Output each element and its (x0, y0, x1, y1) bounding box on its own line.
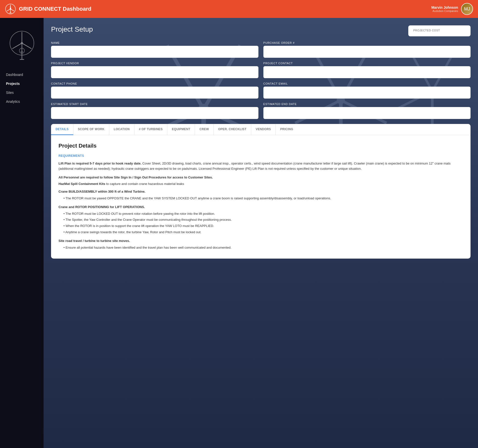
purchase-order-label: PURCHASE ORDER # (263, 41, 471, 44)
content-inner: Project Setup PROJECTED COST NAME PURCHA… (44, 18, 478, 266)
tab-num-turbines[interactable]: # OF TURBINES (134, 124, 167, 135)
hazmat-text: HazMat Spill Containment Kits to capture… (59, 181, 463, 187)
main-layout: Dashboard Projects Sites Analytics (0, 18, 478, 448)
lift-plan-heading: Lift Plan is required 5-7 days prior to … (59, 162, 141, 165)
rotor-bullet: When the ROTOR is in position to support… (59, 224, 463, 229)
project-contact-input[interactable] (263, 66, 471, 78)
header-left: GRID CONNECT Dashboard (5, 3, 91, 14)
projected-cost-label: PROJECTED COST (413, 29, 466, 32)
header-title: GRID CONNECT Dashboard (19, 6, 91, 12)
projected-cost-box: PROJECTED COST (408, 25, 471, 36)
tab-location[interactable]: LOCATION (109, 124, 134, 135)
crane-rotor-heading: Crane and ROTOR POSITIONING for LIFT OPE… (59, 205, 463, 210)
contact-phone-label: CONTACT PHONE (51, 82, 258, 85)
page-title: Project Setup (51, 25, 93, 33)
project-contact-label: PROJECT CONTACT (263, 62, 471, 65)
contact-phone-input[interactable] (51, 87, 258, 99)
site-road-heading: Site road travel / turbine to turbine si… (59, 238, 463, 244)
contact-email-label: CONTACT EMAIL (263, 82, 471, 85)
user-name: Marvin Johnson (431, 5, 458, 9)
avatar-initials: MJ (462, 3, 473, 14)
sidebar-item-dashboard[interactable]: Dashboard (0, 70, 44, 79)
form-group-phone: CONTACT PHONE (51, 82, 258, 99)
hazmat-heading: HazMat Spill Containment Kits (59, 182, 105, 186)
project-vendor-label: PROJECT VENDOR (51, 62, 258, 65)
form-group-name: NAME (51, 41, 258, 58)
rotor-bullet: The ROTOR must be LOCKED OUT to prevent … (59, 211, 463, 217)
rotor-bullets-container: The ROTOR must be LOCKED OUT to prevent … (59, 211, 463, 235)
header-right: Marvin Johnson Audubon Companies MJ (431, 3, 473, 15)
avatar[interactable]: MJ (461, 3, 473, 15)
svg-line-9 (12, 43, 22, 49)
sidebar-item-sites[interactable]: Sites (0, 88, 44, 97)
tab-oper-checklist[interactable]: OPER. CHECKLIST (214, 124, 251, 135)
contact-email-input[interactable] (263, 87, 471, 99)
site-road-bullet: Ensure all potential hazards have been i… (59, 245, 463, 250)
main-content: Project Setup PROJECTED COST NAME PURCHA… (44, 18, 478, 448)
start-date-input[interactable] (51, 107, 258, 119)
tab-crew[interactable]: CREW (195, 124, 214, 135)
rotor-bullet: The Spotter, the Yaw Controller and the … (59, 217, 463, 223)
app-logo-icon (5, 3, 16, 14)
form-group-email: CONTACT EMAIL (263, 82, 471, 99)
project-setup-header: Project Setup PROJECTED COST (51, 25, 471, 36)
user-info: Marvin Johnson Audubon Companies (431, 5, 458, 12)
tab-content-details: Project Details REQUIREMENTS Lift Plan i… (51, 135, 471, 259)
sidebar-logo-area (0, 23, 44, 68)
purchase-order-input[interactable] (263, 46, 471, 58)
tabs-header: DETAILS SCOPE OF WORK LOCATION # OF TURB… (51, 124, 471, 135)
tabs-panel: DETAILS SCOPE OF WORK LOCATION # OF TURB… (51, 124, 471, 259)
tab-pricing[interactable]: PRICING (276, 124, 298, 135)
tab-vendors[interactable]: VENDORS (251, 124, 276, 135)
svg-line-10 (22, 43, 31, 49)
sidebar-nav: Dashboard Projects Sites Analytics (0, 70, 44, 106)
form-group-contact: PROJECT CONTACT (263, 62, 471, 78)
tab-scope-of-work[interactable]: SCOPE OF WORK (73, 124, 109, 135)
end-date-label: ESTIMATED END DATE (263, 103, 471, 106)
lift-plan-text: Lift Plan is required 5-7 days prior to … (59, 161, 463, 171)
project-vendor-input[interactable] (51, 66, 258, 78)
sidebar-item-projects[interactable]: Projects (0, 79, 44, 88)
app-header: GRID CONNECT Dashboard Marvin Johnson Au… (0, 0, 478, 18)
personnel-sign-in-text: All Personnel are required to follow Sit… (59, 175, 463, 180)
crane-build-bullet: The ROTOR must be yawed OPPOSITE the CRA… (59, 196, 463, 201)
project-form: NAME PURCHASE ORDER # PROJECT VENDOR PRO… (51, 41, 471, 119)
name-label: NAME (51, 41, 258, 44)
rotor-bullet: Anytime a crane swings towards the rotor… (59, 230, 463, 235)
crane-build-heading: Crane BUILD/ASSEMBLY within 300 ft of a … (59, 189, 463, 194)
sidebar: Dashboard Projects Sites Analytics (0, 18, 44, 448)
sidebar-turbine-icon (7, 28, 37, 63)
form-group-vendor: PROJECT VENDOR (51, 62, 258, 78)
form-group-end-date: ESTIMATED END DATE (263, 103, 471, 119)
project-details-title: Project Details (59, 143, 463, 149)
end-date-input[interactable] (263, 107, 471, 119)
user-company: Audubon Companies (431, 9, 458, 12)
start-date-label: ESTIMATED START DATE (51, 103, 258, 106)
site-road-bullets-container: Ensure all potential hazards have been i… (59, 245, 463, 250)
tab-equipment[interactable]: EQUIPMENT (167, 124, 195, 135)
form-group-start-date: ESTIMATED START DATE (51, 103, 258, 119)
tab-details[interactable]: DETAILS (51, 124, 73, 135)
form-group-purchase-order: PURCHASE ORDER # (263, 41, 471, 58)
hazmat-body: to capture and contain crane hazardous m… (106, 182, 184, 186)
name-input[interactable] (51, 46, 258, 58)
sidebar-item-analytics[interactable]: Analytics (0, 97, 44, 106)
requirements-label: REQUIREMENTS (59, 154, 463, 158)
